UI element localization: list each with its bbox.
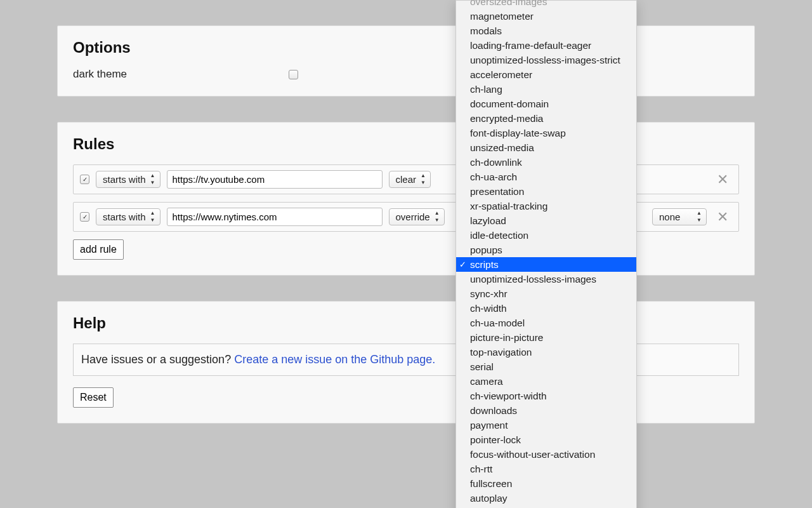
dropdown-item[interactable]: encrypted-media [456, 111, 636, 126]
options-title: Options [73, 39, 739, 57]
dropdown-item[interactable]: accelerometer [456, 67, 636, 82]
reset-button[interactable]: Reset [73, 387, 114, 408]
dark-theme-checkbox[interactable] [289, 70, 298, 79]
url-input[interactable] [167, 208, 383, 226]
url-input[interactable] [167, 170, 383, 189]
chevron-up-icon: ▲ [150, 211, 155, 216]
rules-panel: Rules starts with ▲ ▼ clear ▲ ▼ ✕ starts… [57, 122, 755, 276]
chevron-down-icon: ▼ [150, 218, 155, 223]
chevron-up-icon: ▲ [697, 211, 702, 216]
delete-rule-button[interactable]: ✕ [713, 171, 732, 188]
chevron-up-icon: ▲ [435, 211, 440, 216]
dropdown-item[interactable]: magnetometer [456, 9, 636, 23]
dropdown-item[interactable]: unsized-media [456, 140, 636, 155]
dropdown-item[interactable]: ch-ua-arch [456, 170, 636, 184]
help-text-box: Have issues or a suggestion? Create a ne… [73, 344, 739, 376]
action-select[interactable]: clear ▲ ▼ [389, 171, 431, 188]
dropdown-item[interactable]: font-display-late-swap [456, 126, 636, 140]
dropdown-item[interactable]: top-navigation [456, 345, 636, 359]
dropdown-item[interactable]: xr-spatial-tracking [456, 199, 636, 213]
chevron-up-icon: ▲ [150, 173, 155, 178]
dropdown-item[interactable]: payment [456, 418, 636, 432]
dropdown-item[interactable]: presentation [456, 184, 636, 199]
dropdown-item[interactable]: ch-rtt [456, 462, 636, 476]
dark-theme-row: dark theme [73, 68, 739, 81]
dropdown-item[interactable]: unoptimized-lossless-images [456, 272, 636, 286]
dropdown-item[interactable]: document-domain [456, 97, 636, 111]
dropdown-item[interactable]: picture-in-picture [456, 330, 636, 345]
rule-row: starts with ▲ ▼ clear ▲ ▼ ✕ [73, 164, 739, 194]
dropdown-item[interactable]: modals [456, 23, 636, 38]
rule-enabled-checkbox[interactable] [80, 175, 89, 184]
delete-rule-button[interactable]: ✕ [713, 209, 732, 225]
dark-theme-label: dark theme [73, 68, 289, 81]
value-text: none [659, 211, 680, 222]
dropdown-item[interactable]: serial [456, 359, 636, 374]
dropdown-item[interactable]: ch-lang [456, 82, 636, 97]
options-panel: Options dark theme [57, 25, 755, 97]
github-link[interactable]: Create a new issue on the Github page. [234, 353, 435, 366]
help-title: Help [73, 314, 739, 332]
add-rule-button[interactable]: add rule [73, 239, 124, 260]
value-select[interactable]: none ▲ ▼ [652, 208, 707, 225]
dropdown-item[interactable]: sync-xhr [456, 286, 636, 301]
dropdown-item[interactable]: ch-width [456, 301, 636, 316]
policy-dropdown[interactable]: oversized-imagesmagnetometermodalsloadin… [455, 0, 637, 508]
chevron-down-icon: ▼ [435, 218, 440, 223]
dropdown-item[interactable]: oversized-images [456, 0, 636, 9]
dropdown-item[interactable]: ch-ua-model [456, 316, 636, 330]
match-mode-select[interactable]: starts with ▲ ▼ [96, 208, 160, 225]
chevron-down-icon: ▼ [421, 180, 426, 185]
dropdown-item[interactable]: idle-detection [456, 228, 636, 243]
chevron-down-icon: ▼ [150, 180, 155, 185]
action-value: override [396, 211, 430, 222]
action-select[interactable]: override ▲ ▼ [389, 208, 445, 225]
help-panel: Help Have issues or a suggestion? Create… [57, 301, 755, 424]
action-value: clear [396, 174, 417, 185]
match-mode-value: starts with [103, 174, 146, 185]
dropdown-item[interactable]: fullscreen [456, 476, 636, 491]
dropdown-item[interactable]: popups [456, 243, 636, 257]
dropdown-item[interactable]: scripts [456, 257, 636, 272]
match-mode-select[interactable]: starts with ▲ ▼ [96, 171, 160, 188]
rules-title: Rules [73, 135, 739, 153]
dropdown-item[interactable]: camera [456, 374, 636, 389]
rule-enabled-checkbox[interactable] [80, 212, 89, 222]
dropdown-item[interactable]: downloads [456, 403, 636, 418]
dropdown-item[interactable]: lazyload [456, 213, 636, 228]
dropdown-item[interactable]: autoplay [456, 491, 636, 505]
dropdown-item[interactable]: ch-downlink [456, 155, 636, 170]
chevron-down-icon: ▼ [697, 218, 702, 223]
dropdown-item[interactable]: ch-viewport-width [456, 389, 636, 403]
chevron-up-icon: ▲ [421, 173, 426, 178]
dropdown-item[interactable]: loading-frame-default-eager [456, 38, 636, 53]
dropdown-item[interactable]: focus-without-user-activation [456, 447, 636, 462]
dropdown-item[interactable]: pointer-lock [456, 432, 636, 447]
rule-row: starts with ▲ ▼ override ▲ ▼ none ▲ ▼ ✕ [73, 202, 739, 232]
match-mode-value: starts with [103, 211, 146, 222]
dropdown-item[interactable]: unoptimized-lossless-images-strict [456, 53, 636, 67]
help-text: Have issues or a suggestion? [81, 353, 234, 366]
dropdown-item[interactable]: execution-while-out-of-viewport [456, 505, 636, 508]
